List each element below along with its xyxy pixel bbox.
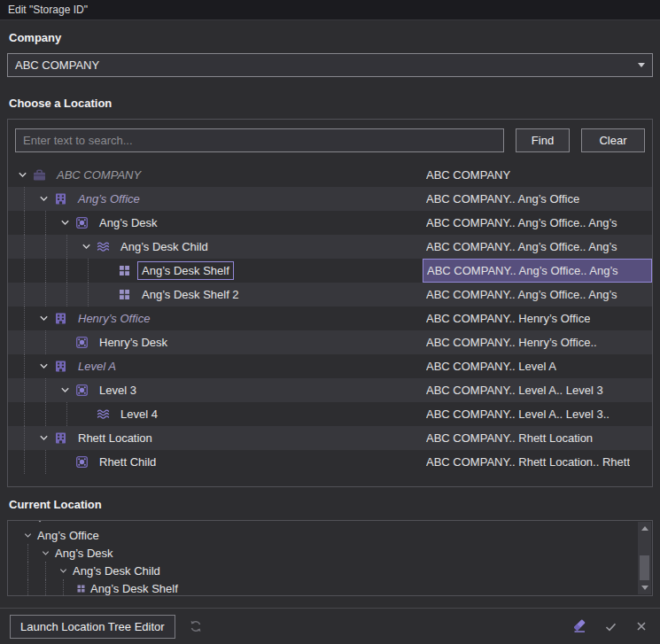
indent-guide: [13, 283, 35, 306]
company-section-header: Company: [0, 20, 660, 53]
expand-arrow-icon[interactable]: [35, 306, 52, 330]
expand-arrow-icon[interactable]: [77, 235, 95, 259]
current-node-label: Ang’s Desk Child: [73, 564, 160, 578]
indent-guide: [13, 259, 35, 283]
tree-row[interactable]: Level 3 ABC COMPANY.. Level A.. Level 3: [8, 378, 652, 402]
expand-arrow-icon[interactable]: [13, 163, 31, 187]
tree-cell-location: Ang’s Desk: [8, 211, 423, 235]
tree-cell-location: Henry’s Office: [8, 306, 423, 330]
expand-arrow-icon[interactable]: [38, 546, 52, 560]
tree-cell-path: ABC COMPANY.. Ang’s Office.. Ang’s: [423, 211, 652, 235]
expand-arrow-icon[interactable]: [35, 187, 52, 211]
tree-row[interactable]: Ang’s Desk Child ABC COMPANY.. Ang’s Off…: [8, 235, 652, 259]
node-label: Level A: [74, 357, 120, 376]
current-tree-row[interactable]: Ang’s Desk Shelf: [20, 579, 636, 596]
tree-row[interactable]: Ang’s Office ABC COMPANY.. Ang’s Office: [8, 187, 652, 211]
node-label: Henry’s Office: [74, 309, 154, 328]
tree-cell-path: ABC COMPANY.. Henry’s Office: [423, 306, 652, 330]
tree-cell-location: Ang’s Desk Shelf 2: [8, 283, 423, 306]
indent-guide: [38, 562, 56, 579]
tree-row[interactable]: Level A ABC COMPANY.. Level A: [8, 354, 652, 378]
tree-row[interactable]: Ang’s Desk Shelf ABC COMPANY.. Ang’s Off…: [8, 259, 652, 283]
clear-button[interactable]: Clear: [581, 128, 645, 152]
indent-guide: [13, 402, 35, 426]
node-path: ABC COMPANY.. Level A: [426, 360, 556, 373]
scrollbar-thumb[interactable]: [640, 555, 649, 580]
tree-cell-location: Ang’s Desk Shelf: [8, 259, 423, 283]
expand-arrow-icon[interactable]: [20, 528, 35, 542]
tree-cell-path: ABC COMPANY.. Ang’s Office.. Ang’s: [423, 259, 652, 283]
tree-row[interactable]: Henry’s Office ABC COMPANY.. Henry’s Off…: [8, 306, 652, 330]
indent-guide: [56, 579, 74, 596]
indent-guide: [13, 211, 35, 235]
scroll-down-icon[interactable]: [638, 581, 651, 594]
desk-icon: [74, 334, 90, 351]
node-label: Rhett Location: [74, 429, 157, 447]
indent-guide: [13, 330, 35, 354]
chevron-down-icon[interactable]: [633, 56, 649, 74]
tree-cell-location: Level A: [8, 354, 423, 378]
find-button[interactable]: Find: [516, 128, 570, 152]
indent-guide: [20, 579, 38, 596]
tree-cell-path: ABC COMPANY.. Rhett Location: [423, 426, 652, 450]
indent-guide: [35, 378, 56, 402]
tree-cell-path: ABC COMPANY: [423, 163, 652, 187]
scrollbar-track[interactable]: [638, 535, 651, 581]
expand-arrow-icon[interactable]: [35, 354, 52, 378]
company-dropdown[interactable]: ABC COMPANY: [7, 53, 653, 77]
tree-cell-path: ABC COMPANY.. Ang’s Office.. Ang’s: [423, 283, 652, 306]
indent-guide: [77, 283, 98, 306]
tree-row[interactable]: Rhett Child ABC COMPANY.. Rhett Location…: [8, 450, 652, 474]
tree-cell-path: ABC COMPANY.. Level A.. Level 3: [423, 378, 652, 402]
indent-guide: [56, 402, 77, 426]
location-section-header: Choose a Location: [0, 86, 660, 119]
search-input[interactable]: [15, 128, 504, 152]
indent-guide: [35, 450, 56, 474]
tree-row[interactable]: Ang’s Desk Shelf 2 ABC COMPANY.. Ang’s O…: [8, 283, 652, 306]
scrollbar[interactable]: [638, 522, 651, 594]
tree-cell-location: ABC COMPANY: [8, 163, 423, 187]
grid-icon: [116, 262, 133, 279]
node-path: ABC COMPANY.. Henry’s Office: [426, 312, 590, 325]
indent-guide: [13, 378, 35, 402]
node-path: ABC COMPANY.. Rhett Location.. Rhett: [426, 455, 630, 469]
office-icon: [52, 430, 69, 446]
expand-arrow-icon[interactable]: [56, 378, 74, 402]
current-tree-row[interactable]: Ang’s Office: [20, 526, 636, 544]
expand-arrow-icon[interactable]: [56, 211, 74, 235]
current-tree-row[interactable]: Ang’s Desk: [20, 544, 636, 562]
grid-icon: [74, 581, 88, 595]
dialog-body: Company ABC COMPANY Choose a Location Fi…: [0, 20, 660, 644]
expand-arrow-icon[interactable]: [35, 426, 52, 450]
eraser-icon[interactable]: [571, 617, 588, 635]
indent-guide: [35, 330, 56, 354]
node-path: ABC COMPANY.. Ang’s Office.. Ang’s: [427, 264, 618, 277]
expand-arrow-icon[interactable]: [56, 563, 70, 578]
tree-row[interactable]: Rhett Location ABC COMPANY.. Rhett Locat…: [8, 426, 652, 450]
wave-icon: [95, 406, 112, 423]
node-path: ABC COMPANY.. Level A.. Level 3: [426, 384, 603, 397]
company-dropdown-value: ABC COMPANY: [15, 58, 99, 72]
current-location-header: Current Location: [0, 487, 660, 520]
tree-row[interactable]: Level 4 ABC COMPANY.. Level A.. Level 3.…: [8, 402, 652, 426]
indent-guide: [56, 283, 77, 306]
title-bar: Edit "Storage ID": [0, 0, 660, 20]
scroll-up-icon[interactable]: [638, 522, 651, 535]
refresh-icon[interactable]: [187, 617, 205, 635]
tree-row[interactable]: ABC COMPANY ABC COMPANY: [8, 163, 652, 187]
node-label: Level 4: [116, 405, 162, 423]
current-tree-row[interactable]: Ang’s Desk Child: [20, 562, 636, 579]
check-icon[interactable]: [602, 617, 619, 635]
tree-row[interactable]: Henry’s Desk ABC COMPANY.. Henry’s Offic…: [8, 330, 652, 354]
tree-cell-location: Henry’s Desk: [8, 330, 423, 354]
close-icon[interactable]: [633, 617, 650, 635]
launch-tree-editor-button[interactable]: Launch Location Tree Editor: [10, 615, 175, 639]
tree-row[interactable]: Ang’s Desk ABC COMPANY.. Ang’s Office.. …: [8, 211, 652, 235]
tree-cell-path: ABC COMPANY.. Level A: [423, 354, 652, 378]
node-path: ABC COMPANY.. Level A.. Level 3..: [426, 407, 610, 421]
location-tree: ABC COMPANY ABC COMPANY Ang’s Office ABC…: [8, 163, 652, 474]
node-path: ABC COMPANY.. Henry’s Office..: [426, 336, 597, 349]
tree-cell-location: Rhett Child: [8, 450, 423, 474]
search-row: Find Clear: [8, 128, 652, 152]
office-icon: [52, 358, 69, 375]
